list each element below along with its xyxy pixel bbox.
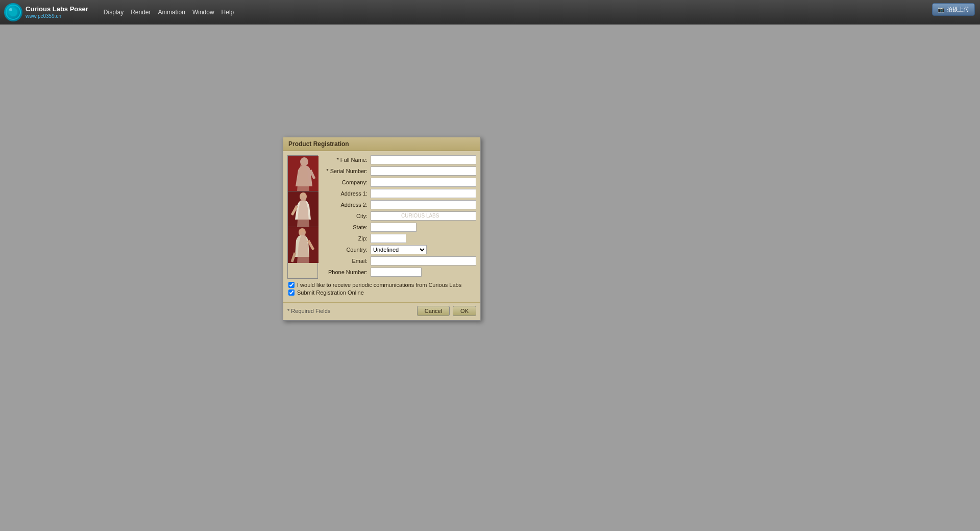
company-row: Company:	[322, 178, 476, 187]
phone-label: Phone Number:	[322, 269, 371, 275]
communications-label: I would like to receive periodic communi…	[297, 282, 461, 288]
submit-online-checkbox[interactable]	[288, 289, 295, 296]
city-input[interactable]	[371, 211, 476, 221]
country-select[interactable]: Undefined	[371, 245, 427, 254]
address1-row: Address 1:	[322, 189, 476, 198]
menu-bar: Curious Labs Poser www.pc0359.cn Display…	[0, 0, 980, 25]
side-images	[287, 155, 318, 279]
state-row: State:	[322, 223, 476, 232]
serial-number-label: * Serial Number:	[322, 168, 371, 174]
app-title: Curious Labs Poser	[26, 6, 88, 13]
upload-label: 拍摄上传	[947, 6, 969, 13]
figure-image-2	[288, 191, 318, 227]
svg-point-2	[9, 8, 12, 11]
cancel-button[interactable]: Cancel	[417, 306, 450, 316]
website-url: www.pc0359.cn	[26, 13, 88, 19]
svg-point-4	[300, 157, 308, 166]
email-row: Email:	[322, 256, 476, 266]
logo-text-wrap: Curious Labs Poser www.pc0359.cn	[26, 6, 88, 18]
zip-input[interactable]	[371, 234, 406, 243]
city-label: City:	[322, 213, 371, 219]
country-row: Country: Undefined	[322, 245, 476, 254]
dialog-footer: * Required Fields Cancel OK	[283, 302, 480, 320]
submit-online-label: Submit Registration Online	[297, 289, 364, 296]
checkboxes-area: I would like to receive periodic communi…	[287, 282, 476, 297]
communications-checkbox[interactable]	[288, 282, 295, 288]
phone-input[interactable]	[371, 268, 422, 277]
upload-button-wrap: 📷 拍摄上传	[932, 3, 975, 16]
form-area: * Full Name: * Serial Number: Company: A…	[322, 155, 476, 279]
company-label: Company:	[322, 179, 371, 185]
figure-image-3	[288, 227, 318, 263]
full-name-row: * Full Name:	[322, 155, 476, 164]
phone-row: Phone Number:	[322, 268, 476, 277]
upload-button[interactable]: 📷 拍摄上传	[932, 3, 975, 16]
dialog-title: Product Registration	[288, 140, 349, 148]
figure-img-top	[288, 156, 318, 191]
company-input[interactable]	[371, 178, 476, 187]
ok-button[interactable]: OK	[453, 306, 476, 316]
email-input[interactable]	[371, 256, 476, 266]
svg-rect-6	[288, 191, 318, 227]
address1-input[interactable]	[371, 189, 476, 198]
menu-item-display[interactable]: Display	[101, 7, 127, 18]
communications-checkbox-row: I would like to receive periodic communi…	[288, 282, 475, 288]
address2-row: Address 2:	[322, 200, 476, 209]
city-wrap: CURIOUS LABS	[371, 211, 476, 221]
figure-img-bot	[288, 227, 318, 263]
serial-number-input[interactable]	[371, 166, 476, 176]
city-row: City: CURIOUS LABS	[322, 211, 476, 221]
menu-item-render[interactable]: Render	[128, 7, 154, 18]
zip-row: Zip:	[322, 234, 476, 243]
menu-item-window[interactable]: Window	[189, 7, 217, 18]
svg-rect-3	[288, 156, 318, 191]
dialog-body: * Full Name: * Serial Number: Company: A…	[283, 151, 480, 301]
app-logo-icon	[4, 3, 22, 21]
dialog-content-row: * Full Name: * Serial Number: Company: A…	[287, 155, 476, 279]
footer-buttons: Cancel OK	[417, 306, 476, 316]
address1-label: Address 1:	[322, 190, 371, 197]
required-fields-note: * Required Fields	[287, 308, 330, 314]
main-area: Product Registration	[0, 25, 980, 531]
serial-number-row: * Serial Number:	[322, 166, 476, 176]
app-logo: Curious Labs Poser www.pc0359.cn	[4, 3, 88, 21]
menu-items: DisplayRenderAnimationWindowHelp	[101, 7, 237, 18]
email-label: Email:	[322, 258, 371, 264]
address2-label: Address 2:	[322, 202, 371, 208]
svg-point-7	[300, 192, 307, 201]
upload-icon: 📷	[938, 6, 945, 13]
full-name-input[interactable]	[371, 155, 476, 164]
menu-item-animation[interactable]: Animation	[155, 7, 188, 18]
country-label: Country:	[322, 247, 371, 253]
svg-point-10	[299, 228, 306, 236]
address2-input[interactable]	[371, 200, 476, 209]
figure-image-1	[288, 156, 318, 191]
product-registration-dialog: Product Registration	[283, 137, 481, 321]
state-label: State:	[322, 224, 371, 230]
menu-item-help[interactable]: Help	[218, 7, 237, 18]
submit-online-checkbox-row: Submit Registration Online	[288, 289, 475, 296]
figure-img-mid	[288, 191, 318, 227]
zip-label: Zip:	[322, 235, 371, 242]
state-input[interactable]	[371, 223, 416, 232]
full-name-label: * Full Name:	[322, 157, 371, 163]
dialog-titlebar: Product Registration	[283, 137, 480, 151]
